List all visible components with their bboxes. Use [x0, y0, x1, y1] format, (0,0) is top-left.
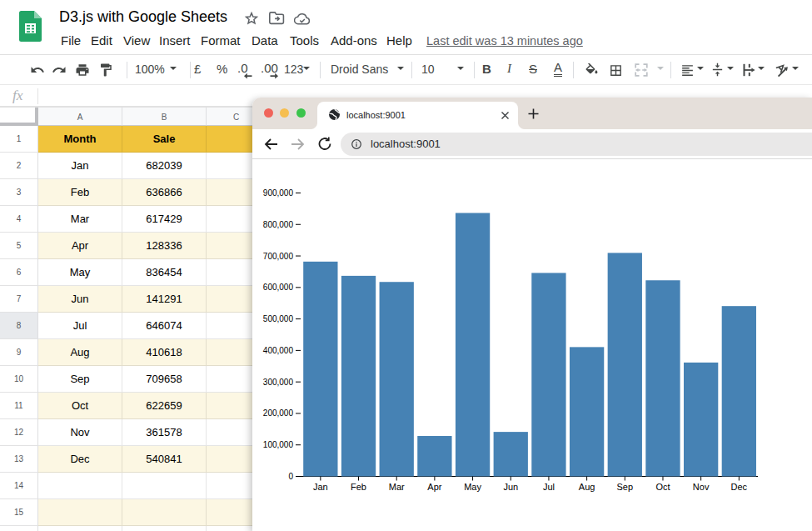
svg-text:Oct: Oct [655, 482, 670, 492]
svg-text:100,000: 100,000 [263, 440, 294, 449]
svg-text:May: May [464, 482, 481, 492]
svg-text:700,000: 700,000 [263, 252, 294, 261]
svg-text:900,000: 900,000 [263, 188, 294, 198]
svg-text:Aug: Aug [579, 482, 595, 492]
svg-text:800,000: 800,000 [263, 220, 294, 229]
svg-text:Mar: Mar [389, 482, 405, 492]
svg-text:Dec: Dec [731, 482, 748, 492]
svg-text:600,000: 600,000 [263, 283, 294, 292]
svg-text:Nov: Nov [693, 482, 710, 492]
svg-text:400,000: 400,000 [263, 346, 294, 355]
svg-text:Feb: Feb [351, 482, 366, 492]
svg-text:0: 0 [288, 472, 293, 481]
svg-text:500,000: 500,000 [263, 314, 294, 323]
svg-text:Jul: Jul [543, 482, 555, 492]
svg-text:Jun: Jun [503, 482, 518, 492]
svg-text:Sep: Sep [617, 482, 634, 492]
svg-text:Apr: Apr [427, 482, 441, 492]
svg-text:200,000: 200,000 [263, 408, 294, 418]
svg-text:300,000: 300,000 [263, 378, 294, 387]
svg-text:Jan: Jan [313, 482, 328, 492]
